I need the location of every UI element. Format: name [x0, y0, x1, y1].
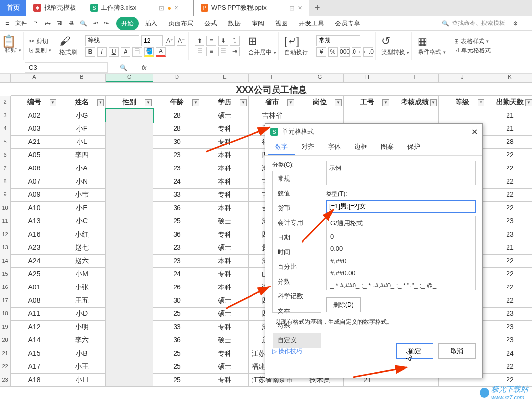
- cell[interactable]: 硕士: [201, 307, 249, 321]
- typeconvert-icon[interactable]: ↺: [381, 35, 390, 48]
- minimize-icon[interactable]: —: [523, 20, 529, 27]
- align-right-button[interactable]: ☰: [218, 47, 228, 56]
- cell[interactable]: [106, 347, 153, 360]
- cell[interactable]: 本科: [201, 162, 249, 175]
- row-header[interactable]: 10: [0, 201, 11, 215]
- cell[interactable]: [106, 122, 153, 136]
- cell[interactable]: [106, 307, 153, 321]
- row-header[interactable]: 12: [0, 228, 11, 241]
- tab-insert[interactable]: 插入: [140, 17, 162, 30]
- cell[interactable]: A17: [11, 360, 58, 374]
- cell[interactable]: 专科: [201, 228, 249, 241]
- cell[interactable]: A06: [11, 162, 58, 175]
- cell[interactable]: [106, 360, 153, 374]
- zoom-icon[interactable]: 🔍: [120, 64, 127, 71]
- cell[interactable]: [106, 162, 153, 175]
- cell[interactable]: [106, 228, 153, 241]
- tab-devtools[interactable]: 开发工具: [294, 17, 329, 30]
- col-header[interactable]: G: [296, 74, 344, 82]
- cell[interactable]: [106, 267, 153, 281]
- file-menu[interactable]: 文件: [13, 17, 29, 29]
- command-search[interactable]: 🔍 查找命令、搜索模板: [442, 19, 505, 27]
- cell[interactable]: 33: [153, 188, 201, 202]
- currency-button[interactable]: ¥: [316, 47, 326, 57]
- tab-home[interactable]: 首页: [0, 0, 26, 16]
- cell[interactable]: [106, 215, 153, 228]
- row-header[interactable]: 16: [0, 281, 11, 294]
- cell[interactable]: [106, 294, 153, 308]
- cell[interactable]: 26: [153, 281, 201, 294]
- new-icon[interactable]: 🗋: [30, 18, 41, 29]
- bold-button[interactable]: B: [85, 47, 95, 57]
- row-header[interactable]: 3: [0, 109, 11, 122]
- cell[interactable]: 小A: [58, 162, 106, 175]
- cell[interactable]: A09: [11, 188, 58, 202]
- cell[interactable]: 吉林省: [249, 109, 296, 122]
- cell[interactable]: 李六: [58, 334, 106, 347]
- cell[interactable]: 小LI: [58, 373, 106, 387]
- cell[interactable]: 本科: [201, 175, 249, 189]
- format-item[interactable]: #,##0: [327, 255, 475, 267]
- cell[interactable]: 小C: [58, 215, 106, 228]
- cell[interactable]: 专科: [201, 347, 249, 360]
- cell[interactable]: 28: [486, 135, 532, 149]
- new-tab-button[interactable]: +: [309, 0, 326, 16]
- type-input[interactable]: [326, 200, 476, 212]
- cell[interactable]: 28: [153, 109, 201, 122]
- indent-button[interactable]: ⇥: [230, 47, 240, 56]
- cell[interactable]: 本科: [201, 254, 249, 268]
- header-cell[interactable]: 出勤天数: [486, 96, 532, 109]
- cell[interactable]: 李四: [58, 148, 106, 162]
- category-item[interactable]: 数值: [273, 186, 321, 201]
- cell[interactable]: 小N: [58, 175, 106, 189]
- font-name-select[interactable]: [85, 35, 139, 46]
- cell[interactable]: [106, 109, 153, 122]
- cell[interactable]: 23: [486, 320, 532, 334]
- merge-icon[interactable]: ⊞: [248, 35, 257, 48]
- cell[interactable]: 23: [486, 228, 532, 241]
- cell[interactable]: A21: [11, 135, 58, 149]
- cell[interactable]: 22: [486, 148, 532, 162]
- cell[interactable]: 23: [486, 215, 532, 228]
- cell[interactable]: A01: [11, 281, 58, 294]
- condformat-icon[interactable]: ▦: [418, 35, 427, 47]
- row-header[interactable]: 2: [0, 96, 11, 109]
- cell[interactable]: [106, 334, 153, 347]
- cell[interactable]: A15: [11, 347, 58, 360]
- cell[interactable]: 赵七: [58, 241, 106, 255]
- cut-icon[interactable]: ✂: [29, 38, 34, 45]
- cell[interactable]: 24: [486, 347, 532, 360]
- cell[interactable]: 小红: [58, 228, 106, 241]
- row-header[interactable]: 7: [0, 162, 11, 175]
- cell[interactable]: 硕士: [201, 215, 249, 228]
- cell[interactable]: A08: [11, 294, 58, 308]
- print-icon[interactable]: 🖶: [66, 18, 76, 29]
- cell[interactable]: 22: [486, 175, 532, 189]
- cell[interactable]: A16: [11, 228, 58, 241]
- cell[interactable]: [106, 281, 153, 294]
- ok-button[interactable]: 确定: [396, 343, 433, 359]
- cell[interactable]: A23: [11, 241, 58, 255]
- cell[interactable]: 25: [153, 215, 201, 228]
- cell[interactable]: 23: [153, 148, 201, 162]
- cell[interactable]: 硕士: [201, 294, 249, 308]
- cell[interactable]: 硕士: [201, 360, 249, 374]
- cell[interactable]: 22: [486, 254, 532, 268]
- category-item[interactable]: 日期: [273, 230, 321, 245]
- format-item[interactable]: G/通用格式: [327, 216, 475, 230]
- row-header[interactable]: 21: [0, 347, 11, 360]
- cell[interactable]: A02: [11, 109, 58, 122]
- fmtpaint-icon[interactable]: 🖌: [59, 35, 70, 48]
- format-item[interactable]: 0: [327, 230, 475, 242]
- cell[interactable]: 22: [486, 267, 532, 281]
- cell[interactable]: 25: [153, 347, 201, 360]
- header-cell[interactable]: 考核成绩: [391, 96, 439, 109]
- cell[interactable]: 28: [153, 122, 201, 136]
- tab-menu-icon[interactable]: ⊡: [289, 4, 295, 12]
- row-header[interactable]: 15: [0, 267, 11, 281]
- cell[interactable]: 23: [153, 254, 201, 268]
- format-item[interactable]: #,##0.00: [327, 267, 475, 279]
- percent-button[interactable]: %: [328, 47, 338, 57]
- underline-button[interactable]: U: [109, 47, 119, 57]
- category-item[interactable]: 文本: [273, 304, 321, 318]
